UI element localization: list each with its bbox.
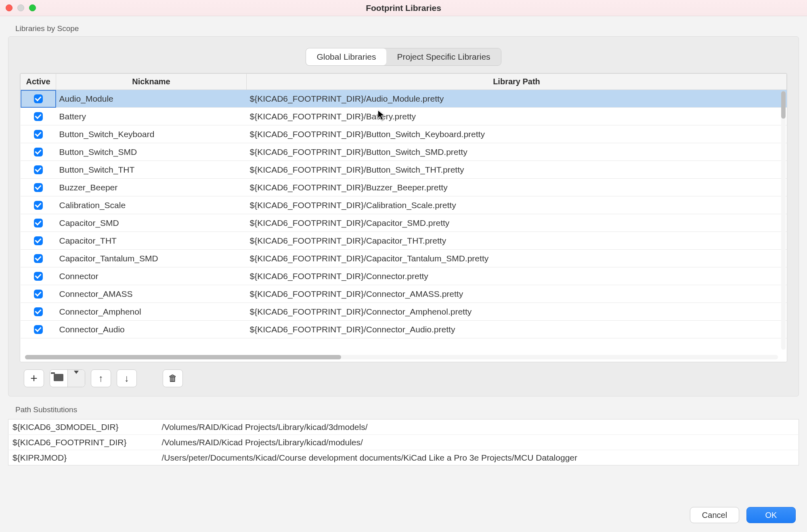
nickname-cell[interactable]: Connector_Audio xyxy=(56,321,247,338)
path-cell[interactable]: ${KICAD6_FOOTPRINT_DIR}/Button_Switch_SM… xyxy=(247,143,787,161)
nickname-cell[interactable]: Connector xyxy=(56,267,247,285)
path-cell[interactable]: ${KICAD6_FOOTPRINT_DIR}/Capacitor_Tantal… xyxy=(247,250,787,267)
path-cell[interactable]: ${KICAD6_FOOTPRINT_DIR}/Capacitor_SMD.pr… xyxy=(247,214,787,232)
path-value-cell[interactable]: /Volumes/RAID/Kicad Projects/Library/kic… xyxy=(158,419,799,435)
checkbox-checked-icon[interactable] xyxy=(34,201,43,210)
tab-project-libraries[interactable]: Project Specific Libraries xyxy=(386,48,501,65)
path-cell[interactable]: ${KICAD6_FOOTPRINT_DIR}/Button_Switch_Ke… xyxy=(247,125,787,143)
path-sub-row[interactable]: ${KIPRJMOD}/Users/peter/Documents/Kicad/… xyxy=(8,450,799,465)
nickname-cell[interactable]: Button_Switch_SMD xyxy=(56,143,247,161)
path-sub-row[interactable]: ${KICAD6_FOOTPRINT_DIR}/Volumes/RAID/Kic… xyxy=(8,435,799,450)
checkbox-checked-icon[interactable] xyxy=(34,254,43,263)
active-checkbox-cell[interactable] xyxy=(21,125,56,143)
table-row[interactable]: Connector_Amphenol${KICAD6_FOOTPRINT_DIR… xyxy=(21,303,787,321)
path-cell[interactable]: ${KICAD6_FOOTPRINT_DIR}/Button_Switch_TH… xyxy=(247,161,787,179)
nickname-cell[interactable]: Capacitor_SMD xyxy=(56,214,247,232)
checkbox-checked-icon[interactable] xyxy=(34,165,43,174)
nickname-cell[interactable]: Connector_AMASS xyxy=(56,285,247,303)
ok-button[interactable]: OK xyxy=(746,507,796,523)
path-var-cell[interactable]: ${KICAD6_FOOTPRINT_DIR} xyxy=(8,435,158,450)
add-library-button[interactable] xyxy=(24,369,44,387)
nickname-cell[interactable]: Buzzer_Beeper xyxy=(56,179,247,196)
nickname-cell[interactable]: Capacitor_Tantalum_SMD xyxy=(56,250,247,267)
libraries-scope-label: Libraries by Scope xyxy=(15,24,799,33)
path-cell[interactable]: ${KICAD6_FOOTPRINT_DIR}/Connector_AMASS.… xyxy=(247,285,787,303)
table-row[interactable]: Button_Switch_THT${KICAD6_FOOTPRINT_DIR}… xyxy=(21,161,787,179)
horizontal-scroll-thumb[interactable] xyxy=(25,355,341,359)
active-checkbox-cell[interactable] xyxy=(21,321,56,338)
path-cell[interactable]: ${KICAD6_FOOTPRINT_DIR}/Connector_Amphen… xyxy=(247,303,787,321)
active-checkbox-cell[interactable] xyxy=(21,196,56,214)
table-row[interactable]: Connector_AMASS${KICAD6_FOOTPRINT_DIR}/C… xyxy=(21,285,787,303)
active-checkbox-cell[interactable] xyxy=(21,108,56,125)
column-header-active[interactable]: Active xyxy=(21,74,56,90)
active-checkbox-cell[interactable] xyxy=(21,285,56,303)
active-checkbox-cell[interactable] xyxy=(21,179,56,196)
active-checkbox-cell[interactable] xyxy=(21,214,56,232)
active-checkbox-cell[interactable] xyxy=(21,267,56,285)
path-cell[interactable]: ${KICAD6_FOOTPRINT_DIR}/Calibration_Scal… xyxy=(247,196,787,214)
path-cell[interactable]: ${KICAD6_FOOTPRINT_DIR}/Connector.pretty xyxy=(247,267,787,285)
active-checkbox-cell[interactable] xyxy=(21,143,56,161)
table-row[interactable]: Capacitor_SMD${KICAD6_FOOTPRINT_DIR}/Cap… xyxy=(21,214,787,232)
move-down-button[interactable] xyxy=(117,369,137,387)
column-header-nickname[interactable]: Nickname xyxy=(56,74,247,90)
path-var-cell[interactable]: ${KIPRJMOD} xyxy=(8,450,158,465)
column-header-path[interactable]: Library Path xyxy=(247,74,787,90)
nickname-cell[interactable]: Calibration_Scale xyxy=(56,196,247,214)
checkbox-checked-icon[interactable] xyxy=(34,219,43,227)
checkbox-checked-icon[interactable] xyxy=(34,148,43,156)
table-row[interactable]: Connector_Audio${KICAD6_FOOTPRINT_DIR}/C… xyxy=(21,321,787,338)
path-cell[interactable]: ${KICAD6_FOOTPRINT_DIR}/Buzzer_Beeper.pr… xyxy=(247,179,787,196)
libraries-table[interactable]: Active Nickname Library Path Audio_Modul… xyxy=(20,73,787,338)
table-row[interactable]: Battery${KICAD6_FOOTPRINT_DIR}/Battery.p… xyxy=(21,108,787,125)
nickname-cell[interactable]: Button_Switch_Keyboard xyxy=(56,125,247,143)
table-row[interactable]: Connector${KICAD6_FOOTPRINT_DIR}/Connect… xyxy=(21,267,787,285)
path-cell[interactable]: ${KICAD6_FOOTPRINT_DIR}/Capacitor_THT.pr… xyxy=(247,232,787,250)
checkbox-checked-icon[interactable] xyxy=(34,272,43,281)
nickname-cell[interactable]: Connector_Amphenol xyxy=(56,303,247,321)
move-up-button[interactable] xyxy=(91,369,111,387)
table-row[interactable]: Capacitor_Tantalum_SMD${KICAD6_FOOTPRINT… xyxy=(21,250,787,267)
table-row[interactable]: Buzzer_Beeper${KICAD6_FOOTPRINT_DIR}/Buz… xyxy=(21,179,787,196)
path-cell[interactable]: ${KICAD6_FOOTPRINT_DIR}/Battery.pretty xyxy=(247,108,787,125)
nickname-cell[interactable]: Audio_Module xyxy=(56,90,247,108)
horizontal-scrollbar[interactable] xyxy=(25,355,778,359)
active-checkbox-cell[interactable] xyxy=(21,232,56,250)
checkbox-checked-icon[interactable] xyxy=(34,325,43,334)
nickname-cell[interactable]: Capacitor_THT xyxy=(56,232,247,250)
vertical-scrollbar[interactable] xyxy=(781,91,786,350)
checkbox-checked-icon[interactable] xyxy=(34,290,43,298)
libraries-table-container: Active Nickname Library Path Audio_Modul… xyxy=(20,73,787,362)
active-checkbox-cell[interactable] xyxy=(21,90,56,108)
checkbox-checked-icon[interactable] xyxy=(34,130,43,139)
checkbox-checked-icon[interactable] xyxy=(34,94,43,103)
checkbox-checked-icon[interactable] xyxy=(34,236,43,245)
path-sub-row[interactable]: ${KICAD6_3DMODEL_DIR}/Volumes/RAID/Kicad… xyxy=(8,419,799,435)
path-value-cell[interactable]: /Users/peter/Documents/Kicad/Course deve… xyxy=(158,450,799,465)
path-substitutions-table[interactable]: ${KICAD6_3DMODEL_DIR}/Volumes/RAID/Kicad… xyxy=(8,419,799,465)
delete-library-button[interactable] xyxy=(163,369,183,387)
tab-global-libraries[interactable]: Global Libraries xyxy=(306,48,386,65)
nickname-cell[interactable]: Button_Switch_THT xyxy=(56,161,247,179)
table-row[interactable]: Calibration_Scale${KICAD6_FOOTPRINT_DIR}… xyxy=(21,196,787,214)
path-cell[interactable]: ${KICAD6_FOOTPRINT_DIR}/Audio_Module.pre… xyxy=(247,90,787,108)
nickname-cell[interactable]: Battery xyxy=(56,108,247,125)
path-var-cell[interactable]: ${KICAD6_3DMODEL_DIR} xyxy=(8,419,158,435)
table-row[interactable]: Button_Switch_Keyboard${KICAD6_FOOTPRINT… xyxy=(21,125,787,143)
checkbox-checked-icon[interactable] xyxy=(34,112,43,121)
table-row[interactable]: Button_Switch_SMD${KICAD6_FOOTPRINT_DIR}… xyxy=(21,143,787,161)
checkbox-checked-icon[interactable] xyxy=(34,307,43,316)
checkbox-checked-icon[interactable] xyxy=(34,183,43,192)
vertical-scroll-thumb[interactable] xyxy=(781,91,786,119)
browse-library-button[interactable] xyxy=(50,369,85,387)
table-row[interactable]: Audio_Module${KICAD6_FOOTPRINT_DIR}/Audi… xyxy=(21,90,787,108)
table-row[interactable]: Capacitor_THT${KICAD6_FOOTPRINT_DIR}/Cap… xyxy=(21,232,787,250)
active-checkbox-cell[interactable] xyxy=(21,161,56,179)
cancel-button[interactable]: Cancel xyxy=(690,507,739,523)
path-cell[interactable]: ${KICAD6_FOOTPRINT_DIR}/Connector_Audio.… xyxy=(247,321,787,338)
path-value-cell[interactable]: /Volumes/RAID/Kicad Projects/Library/kic… xyxy=(158,435,799,450)
dialog-window: Footprint Libraries Libraries by Scope G… xyxy=(0,0,807,532)
active-checkbox-cell[interactable] xyxy=(21,250,56,267)
active-checkbox-cell[interactable] xyxy=(21,303,56,321)
